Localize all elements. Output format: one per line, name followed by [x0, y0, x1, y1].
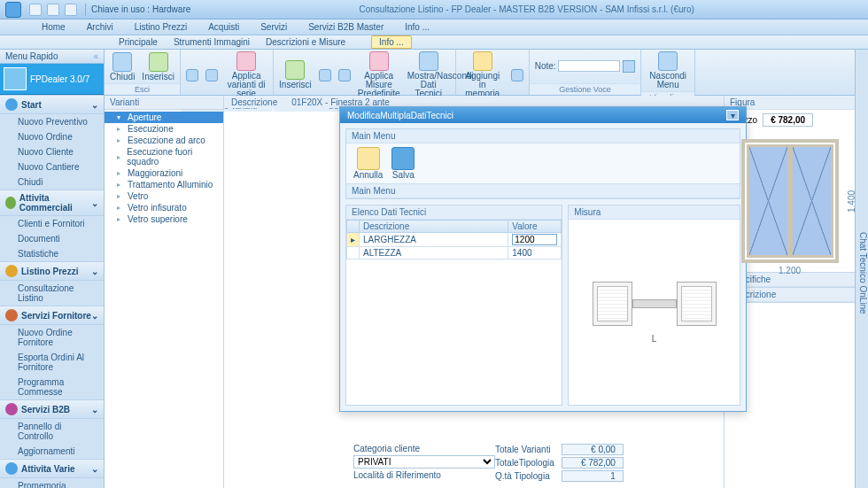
nav-group-head[interactable]: Attivita Commerciali ⌄ [0, 190, 104, 216]
nav-item[interactable]: Promemoria [0, 478, 104, 488]
tree-node[interactable]: Esecuzione [105, 123, 223, 135]
table-row[interactable]: ▸ LARGHEZZA [347, 233, 562, 247]
modal-cancel-button[interactable]: Annulla [353, 147, 383, 180]
menu-listino[interactable]: Listino Prezzi [124, 22, 198, 32]
tab-strumenti[interactable]: Strumenti Immagini [166, 35, 258, 49]
tab-principale[interactable]: Principale [111, 35, 166, 49]
menu-archivi[interactable]: Archivi [76, 22, 124, 32]
modal-close-icon[interactable]: ▾ [726, 110, 739, 120]
menu-info[interactable]: Info ... [394, 22, 440, 32]
cell-descrizione[interactable]: LARGHEZZA [360, 233, 508, 247]
left-nav-title: Menu Rapido « [0, 50, 104, 64]
note-field[interactable]: Note: [535, 60, 635, 73]
collapse-icon[interactable]: « [93, 51, 98, 61]
nav-group-icon [5, 197, 16, 209]
table-row[interactable]: ALTEZZA 1400 [347, 247, 562, 259]
nav-item[interactable]: Nuovo Preventivo [0, 114, 104, 129]
ribbon-button-label: Chiudi [110, 73, 135, 81]
ribbon-button[interactable]: Inserisci [279, 60, 312, 89]
qat-save-icon[interactable] [29, 4, 42, 16]
tab-info-active[interactable]: Info ... [371, 35, 412, 49]
ribbon-button[interactable] [338, 69, 351, 81]
ribbon-button[interactable] [186, 69, 198, 81]
menu-acquisti[interactable]: Acquisti [198, 22, 250, 32]
qat-undo-icon[interactable] [47, 4, 59, 16]
modal-title-bar[interactable]: ModificaMultiplaDatiTecnici ▾ [340, 107, 746, 123]
value-input[interactable] [512, 234, 557, 245]
price-value: € 782,00 [763, 113, 813, 127]
nav-item[interactable]: Programma Commesse [0, 375, 104, 399]
ribbon-button[interactable]: Applica varianti di serie [225, 51, 267, 98]
nav-item[interactable]: Nuovo Cliente [0, 144, 104, 159]
ribbon-button[interactable] [319, 69, 331, 81]
nav-group-head[interactable]: Start ⌄ [0, 95, 104, 114]
ribbon-button[interactable]: Inserisci [142, 52, 174, 81]
cell-valore-editing[interactable] [508, 233, 562, 247]
profile-drawing: L [593, 282, 717, 344]
nav-group-head[interactable]: Listino Prezzi ⌄ [0, 261, 104, 281]
ribbon-group-caption: Gestione Voce [530, 83, 640, 95]
search-icon[interactable] [623, 60, 635, 73]
nav-item[interactable]: Statistiche [0, 246, 104, 261]
tree-node[interactable]: Vetro [105, 190, 223, 202]
chat-rail[interactable]: Chat Tecnico OnLine [855, 50, 868, 488]
tech-data-grid[interactable]: Descrizione Valore ▸ LARGHEZZA [346, 220, 562, 259]
nav-item[interactable]: Clienti e Fornitori [0, 216, 104, 231]
tree-node[interactable]: Esecuzione ad arco [105, 135, 223, 146]
tree-node[interactable]: Aperture [105, 112, 223, 123]
nav-item[interactable]: Consultazione Listino [0, 281, 104, 306]
left-nav: Menu Rapido « FPDealer 3.0/7 Start ⌄Nuov… [0, 50, 105, 488]
modal-save-button[interactable]: Salva [391, 147, 415, 180]
tree-node[interactable]: Maggiorazioni [105, 167, 223, 179]
ribbon-button[interactable]: Applica Misure Predefinite [358, 51, 400, 98]
col-descrizione[interactable]: Descrizione [360, 221, 508, 233]
nav-item[interactable]: Nuovo Ordine [0, 129, 104, 144]
tree-node[interactable]: Esecuzione fuori squadro [105, 146, 223, 167]
ribbon-button[interactable] [511, 69, 523, 81]
tab-descrizioni[interactable]: Descrizioni e Misure [258, 35, 353, 49]
note-input[interactable] [558, 60, 620, 72]
ribbon-button[interactable]: Mostra/Nascondi Dati Tecnici [407, 51, 450, 98]
cell-valore[interactable]: 1400 [508, 247, 562, 259]
nav-group-head[interactable]: Attivita Varie ⌄ [0, 459, 104, 478]
chat-rail-label: Chat Tecnico OnLine [858, 232, 868, 314]
modal-cancel-label: Annulla [353, 170, 383, 180]
ribbon-button[interactable]: Chiudi [110, 52, 135, 81]
nav-group-head[interactable]: Servizi Fornitore ⌄ [0, 306, 104, 325]
ribbon-group: InserisciApplica Misure PredefiniteMostr… [274, 50, 456, 95]
ribbon-group: ChiudiInserisciEsci [105, 50, 181, 95]
app-orb[interactable] [5, 2, 21, 18]
cell-descrizione[interactable]: ALTEZZA [360, 247, 508, 259]
brand-text: FPDealer 3.0/7 [30, 74, 89, 84]
nav-item[interactable]: Nuovo Ordine Fornitore [0, 325, 104, 350]
menu-home[interactable]: Home [31, 22, 76, 32]
document-area: Descrizione 01F20X - Finestra 2 ante Mod… [224, 96, 724, 488]
modal-toolbar-group: Main Menu Annulla Salva Main Menu [345, 128, 740, 199]
qat-redo-icon[interactable] [65, 4, 77, 16]
nav-group-label: Start [21, 100, 42, 110]
menu-b2b[interactable]: Servizi B2B Master [298, 22, 394, 32]
nav-item[interactable]: Aggiornamenti [0, 444, 104, 459]
ribbon-button[interactable] [205, 69, 218, 81]
ribbon-button-icon [236, 51, 256, 71]
nav-item[interactable]: Nuovo Cantiere [0, 159, 104, 174]
ribbon-button-icon [658, 51, 678, 71]
window-drawing: 1.200 1.400 [725, 130, 855, 272]
nav-item[interactable]: Pannello di Controllo [0, 419, 104, 444]
ribbon: ChiudiInserisciEsciApplica varianti di s… [105, 50, 855, 96]
nav-item[interactable]: Esporta Ordini Al Fornitore [0, 350, 104, 375]
nav-group-head[interactable]: Servizi B2B ⌄ [0, 399, 104, 419]
ribbon-button[interactable]: Aggiungi in memoria [461, 51, 504, 98]
nav-item[interactable]: Documenti [0, 231, 104, 246]
col-valore[interactable]: Valore [508, 221, 562, 233]
nav-group-icon [5, 309, 18, 321]
category-select[interactable]: PRIVATI [353, 455, 495, 469]
ribbon-button[interactable]: Nascondi Menu [647, 51, 689, 89]
tree-node[interactable]: Vetro superiore [105, 213, 223, 225]
tree-node[interactable]: Vetro infisurato [105, 202, 223, 213]
menu-servizi[interactable]: Servizi [250, 22, 298, 32]
tree-node[interactable]: Trattamento Alluminio [105, 179, 223, 190]
variant-tree[interactable]: ApertureEsecuzioneEsecuzione ad arcoEsec… [105, 110, 223, 227]
ribbon-button-label: Aggiungi in memoria [461, 72, 504, 98]
nav-item[interactable]: Chiudi [0, 174, 104, 190]
